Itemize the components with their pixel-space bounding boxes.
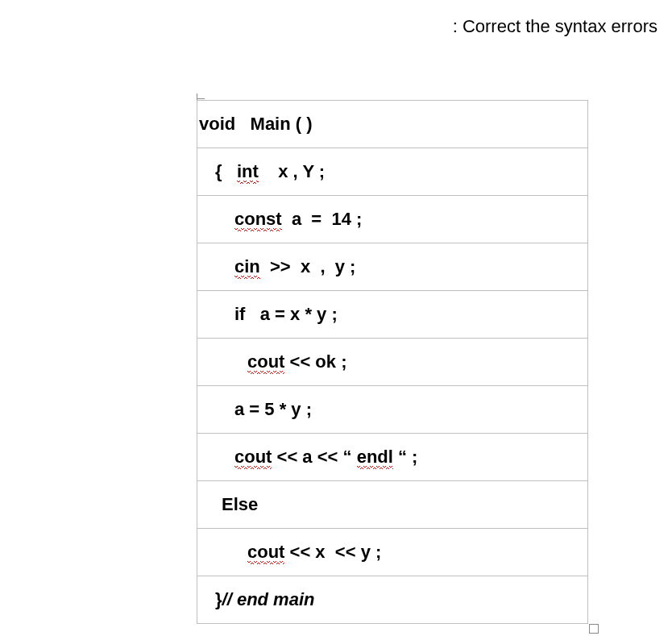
error-token: endl [357, 447, 393, 467]
code-line: Else [197, 495, 587, 514]
end-marker-icon [589, 624, 599, 634]
code-table: void Main ( ){ int x , Y ;const a = 14 ;… [197, 100, 588, 624]
code-text: Else [222, 494, 258, 514]
code-cell: cout << ok ; [197, 339, 588, 386]
table-row: cin >> x , y ; [197, 243, 588, 291]
code-text: if a = x * y ; [234, 304, 338, 324]
code-line: const a = 14 ; [197, 210, 587, 229]
code-text: >> x , y ; [260, 256, 356, 276]
code-line: cin >> x , y ; [197, 257, 587, 276]
code-cell: if a = x * y ; [197, 291, 588, 339]
table-row: void Main ( ) [197, 101, 588, 148]
code-text: { [215, 161, 237, 181]
code-text: << a << “ [272, 447, 356, 467]
code-cell: }// end main [197, 576, 588, 624]
code-cell: cout << a << “ endl “ ; [197, 434, 588, 481]
table-row: cout << ok ; [197, 339, 588, 386]
code-line: void Main ( ) [197, 114, 587, 134]
table-row: if a = x * y ; [197, 291, 588, 339]
code-line: cout << x << y ; [197, 542, 587, 562]
error-token: cout [234, 447, 272, 467]
code-text: a = 14 ; [282, 209, 363, 229]
table-row: Else [197, 481, 588, 529]
code-cell: a = 5 * y ; [197, 386, 588, 434]
table-row: cout << x << y ; [197, 529, 588, 576]
comment-text: // end main [222, 589, 315, 609]
code-line: { int x , Y ; [197, 162, 587, 181]
code-cell: cin >> x , y ; [197, 243, 588, 291]
code-text: } [215, 589, 222, 609]
code-line: if a = x * y ; [197, 305, 587, 324]
code-cell: { int x , Y ; [197, 148, 588, 196]
code-cell: void Main ( ) [197, 101, 588, 148]
error-token: int [237, 162, 259, 181]
table-row: a = 5 * y ; [197, 386, 588, 434]
page-title: : Correct the syntax errors [453, 16, 657, 37]
code-text: << x << y ; [284, 542, 381, 562]
code-cell: Else [197, 481, 588, 529]
table-row: }// end main [197, 576, 588, 624]
code-line: }// end main [197, 590, 587, 609]
code-line: cout << a << “ endl “ ; [197, 447, 587, 467]
error-token: cout [247, 542, 284, 562]
error-token: const [234, 210, 282, 229]
error-token: cout [247, 352, 284, 372]
code-text: “ ; [393, 447, 418, 467]
code-text: a = 5 * y ; [234, 399, 312, 419]
code-text: x , Y ; [259, 161, 325, 181]
table-row: const a = 14 ; [197, 196, 588, 243]
code-text: << ok ; [284, 351, 346, 372]
error-token: cin [234, 257, 260, 276]
code-line: a = 5 * y ; [197, 400, 587, 419]
code-cell: cout << x << y ; [197, 529, 588, 576]
code-text: void Main ( ) [199, 114, 313, 134]
code-line: cout << ok ; [197, 352, 587, 372]
code-cell: const a = 14 ; [197, 196, 588, 243]
table-row: { int x , Y ; [197, 148, 588, 196]
table-row: cout << a << “ endl “ ; [197, 434, 588, 481]
